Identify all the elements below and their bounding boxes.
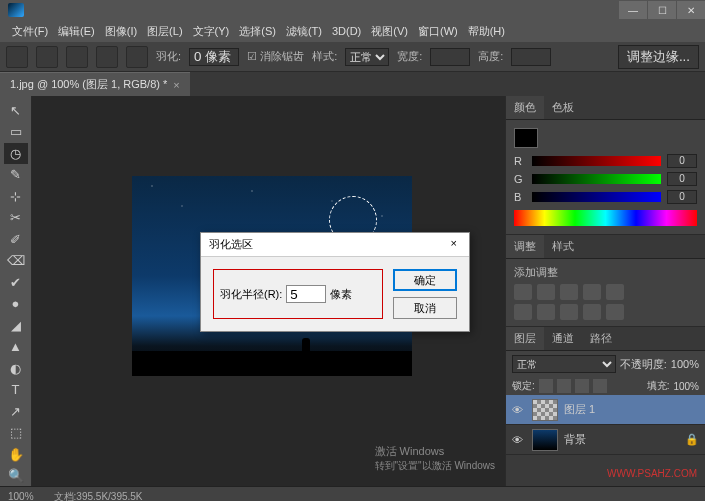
color-panel: R0 G0 B0 — [506, 120, 705, 235]
layer-thumbnail[interactable] — [532, 429, 558, 451]
pen-tool[interactable]: ▲ — [4, 337, 28, 358]
opacity-value[interactable]: 100% — [671, 358, 699, 370]
menu-image[interactable]: 图像(I) — [101, 22, 141, 41]
layer-row-1[interactable]: 👁 图层 1 — [506, 395, 705, 425]
dialog-close-icon[interactable]: × — [447, 237, 461, 252]
document-title: 1.jpg @ 100% (图层 1, RGB/8) * — [10, 77, 167, 92]
vibrance-icon[interactable] — [606, 284, 624, 300]
wand-tool[interactable]: ✎ — [4, 165, 28, 186]
b-slider[interactable] — [532, 192, 661, 202]
ok-button[interactable]: 确定 — [393, 269, 457, 291]
menu-type[interactable]: 文字(Y) — [189, 22, 234, 41]
close-tab-icon[interactable]: × — [173, 79, 179, 91]
styles-tab[interactable]: 样式 — [544, 235, 582, 258]
menu-select[interactable]: 选择(S) — [235, 22, 280, 41]
layers-tab[interactable]: 图层 — [506, 327, 544, 350]
type-tool[interactable]: T — [4, 380, 28, 401]
layer-name[interactable]: 图层 1 — [564, 402, 595, 417]
lookup-icon[interactable] — [606, 304, 624, 320]
menu-edit[interactable]: 编辑(E) — [54, 22, 99, 41]
width-label: 宽度: — [397, 49, 422, 64]
selection-new-icon[interactable] — [36, 46, 58, 68]
lock-pos-icon[interactable] — [575, 379, 589, 393]
channel-mixer-icon[interactable] — [583, 304, 601, 320]
close-button[interactable]: ✕ — [677, 1, 705, 19]
move-tool[interactable]: ↖ — [4, 100, 28, 121]
lock-all-icon[interactable] — [593, 379, 607, 393]
document-tab[interactable]: 1.jpg @ 100% (图层 1, RGB/8) * × — [0, 72, 190, 96]
layer-row-bg[interactable]: 👁 背景 🔒 — [506, 425, 705, 455]
refine-edge-button[interactable]: 调整边缘... — [618, 45, 699, 69]
maximize-button[interactable]: ☐ — [648, 1, 676, 19]
color-tab[interactable]: 颜色 — [506, 96, 544, 119]
eraser-tool[interactable]: ● — [4, 294, 28, 315]
g-label: G — [514, 173, 526, 185]
selection-add-icon[interactable] — [66, 46, 88, 68]
history-brush-tool[interactable]: ✔ — [4, 272, 28, 293]
menu-filter[interactable]: 滤镜(T) — [282, 22, 326, 41]
doc-size: 文档:395.5K/395.5K — [54, 490, 143, 502]
lock-label: 锁定: — [512, 379, 535, 393]
minimize-button[interactable]: — — [619, 1, 647, 19]
dodge-tool[interactable]: ◐ — [4, 358, 28, 379]
feather-label: 羽化: — [156, 49, 181, 64]
color-spectrum[interactable] — [514, 210, 697, 226]
lock-icon: 🔒 — [685, 433, 699, 446]
swatches-tab[interactable]: 色板 — [544, 96, 582, 119]
menu-layer[interactable]: 图层(L) — [143, 22, 186, 41]
layer-name[interactable]: 背景 — [564, 432, 586, 447]
menu-3d[interactable]: 3D(D) — [328, 23, 365, 39]
radius-input[interactable] — [286, 285, 326, 303]
fill-value[interactable]: 100% — [673, 381, 699, 392]
height-input[interactable] — [511, 48, 551, 66]
zoom-tool[interactable]: 🔍 — [4, 466, 28, 487]
shape-tool[interactable]: ⬚ — [4, 423, 28, 444]
style-select[interactable]: 正常 — [345, 48, 389, 66]
bw-icon[interactable] — [537, 304, 555, 320]
tool-preset-icon[interactable] — [6, 46, 28, 68]
width-input[interactable] — [430, 48, 470, 66]
lock-trans-icon[interactable] — [539, 379, 553, 393]
brightness-icon[interactable] — [514, 284, 532, 300]
r-slider[interactable] — [532, 156, 661, 166]
menu-help[interactable]: 帮助(H) — [464, 22, 509, 41]
selection-inter-icon[interactable] — [126, 46, 148, 68]
feather-input[interactable] — [189, 48, 239, 66]
hue-icon[interactable] — [514, 304, 532, 320]
b-value[interactable]: 0 — [667, 190, 697, 204]
channels-tab[interactable]: 通道 — [544, 327, 582, 350]
antialias-checkbox[interactable]: ☑ 消除锯齿 — [247, 49, 304, 64]
menu-view[interactable]: 视图(V) — [367, 22, 412, 41]
cancel-button[interactable]: 取消 — [393, 297, 457, 319]
photo-filter-icon[interactable] — [560, 304, 578, 320]
dialog-title: 羽化选区 — [209, 237, 253, 252]
stamp-tool[interactable]: ⌫ — [4, 251, 28, 272]
eyedropper-tool[interactable]: ✂ — [4, 208, 28, 229]
foreground-color[interactable] — [514, 128, 538, 148]
lock-pixel-icon[interactable] — [557, 379, 571, 393]
r-value[interactable]: 0 — [667, 154, 697, 168]
lasso-tool[interactable]: ◷ — [4, 143, 28, 164]
layer-thumbnail[interactable] — [532, 399, 558, 421]
brush-tool[interactable]: ✐ — [4, 229, 28, 250]
gradient-tool[interactable]: ◢ — [4, 315, 28, 336]
adjustments-tab[interactable]: 调整 — [506, 235, 544, 258]
curves-icon[interactable] — [560, 284, 578, 300]
menu-window[interactable]: 窗口(W) — [414, 22, 462, 41]
hand-tool[interactable]: ✋ — [4, 444, 28, 465]
marquee-tool[interactable]: ▭ — [4, 122, 28, 143]
g-slider[interactable] — [532, 174, 661, 184]
status-bar: 100% 文档:395.5K/395.5K — [0, 486, 705, 501]
paths-tab[interactable]: 路径 — [582, 327, 620, 350]
visibility-icon[interactable]: 👁 — [512, 434, 526, 446]
menu-file[interactable]: 文件(F) — [8, 22, 52, 41]
g-value[interactable]: 0 — [667, 172, 697, 186]
path-tool[interactable]: ↗ — [4, 401, 28, 422]
blend-mode-select[interactable]: 正常 — [512, 355, 616, 373]
levels-icon[interactable] — [537, 284, 555, 300]
selection-sub-icon[interactable] — [96, 46, 118, 68]
visibility-icon[interactable]: 👁 — [512, 404, 526, 416]
exposure-icon[interactable] — [583, 284, 601, 300]
zoom-level[interactable]: 100% — [8, 491, 34, 501]
crop-tool[interactable]: ⊹ — [4, 186, 28, 207]
